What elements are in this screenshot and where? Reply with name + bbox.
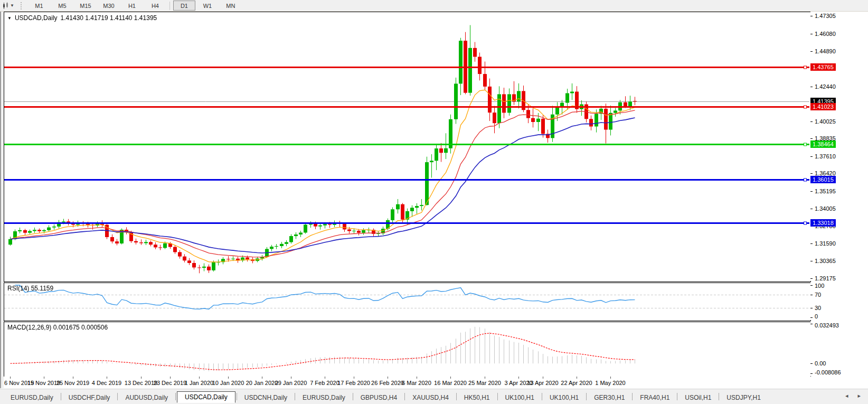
price-tick [810, 51, 813, 52]
chart-tab-usdcnh-daily[interactable]: USDCNH,Daily [238, 392, 294, 403]
macd-tick-label: -0.008086 [815, 369, 841, 375]
price-tick [810, 278, 813, 279]
date-tick [325, 377, 325, 379]
chart-tabs: EURUSD,DailyUSDCHF,DailyAUDUSD,DailyUSDC… [4, 390, 767, 403]
chart-tab-xauusd-h4[interactable]: XAUUSD,H4 [406, 392, 455, 403]
date-tick [388, 377, 388, 379]
date-label: 4 Dec 2019 [92, 380, 121, 386]
date-tick [417, 377, 417, 379]
date-tick [228, 377, 229, 379]
tab-separator [404, 393, 405, 400]
toolbar-separator [169, 2, 170, 10]
symbol-dropdown-icon[interactable]: ▼ [7, 16, 12, 21]
rsi-tick-label: 0 [815, 313, 818, 320]
chart-tab-usoil-h1[interactable]: USOil,H1 [678, 392, 718, 403]
tab-scroll-left-icon[interactable]: ◂ [845, 392, 848, 399]
tab-separator [175, 393, 176, 400]
timeframe-button-d1[interactable]: D1 [173, 1, 195, 11]
timeframe-button-w1[interactable]: W1 [196, 1, 219, 11]
timeframe-button-m30[interactable]: M30 [98, 1, 120, 11]
date-label: 16 Mar 2020 [434, 380, 467, 386]
price-tick [810, 156, 813, 157]
timeframe-button-m15[interactable]: M15 [74, 1, 97, 11]
tab-separator [542, 393, 542, 400]
date-label: 7 Feb 2020 [310, 380, 339, 386]
date-label: 1 Jan 2020 [185, 380, 213, 386]
price-tick-label: 1.29175 [815, 275, 836, 281]
price-tick [810, 121, 813, 122]
date-label: 13 Dec 2019 [125, 380, 157, 386]
date-label: 25 Nov 2019 [56, 380, 89, 386]
macd-tick [810, 324, 813, 324]
date-label: 6 Mar 2020 [402, 380, 431, 386]
price-chart-canvas[interactable] [4, 12, 809, 280]
timeframe-buttons: M1M5M15M30H1H4D1W1MN [27, 1, 242, 11]
symbol-period-label: USDCAD,Daily [15, 14, 58, 22]
chart-tab-hk50-h1[interactable]: HK50,H1 [458, 392, 496, 403]
price-tick [810, 87, 813, 87]
tab-scroll-right-icon[interactable]: ▸ [857, 392, 861, 399]
date-label: 26 Feb 2020 [371, 380, 404, 386]
timeframe-button-m5[interactable]: M5 [51, 1, 73, 11]
date-tick [577, 377, 577, 379]
chart-title: ▼ USDCAD,Daily 1.41430 1.41719 1.41140 1… [7, 14, 157, 22]
price-tick [810, 16, 813, 16]
timeframe-toolbar: ▼ M1M5M15M30H1H4D1W1MN [0, 0, 868, 12]
macd-tick-label: 0.00 [815, 360, 826, 367]
tab-separator [117, 393, 118, 400]
timeframe-button-m1[interactable]: M1 [28, 1, 50, 11]
price-tick-label: 1.46080 [815, 31, 836, 37]
rsi-panel: RSI(14) 55.1159 [4, 283, 811, 321]
price-tick [810, 191, 813, 192]
tab-separator [497, 393, 498, 400]
timeframe-button-h1[interactable]: H1 [121, 1, 143, 11]
chart-tab-uk100-h1[interactable]: UK100,H1 [543, 392, 585, 403]
tab-separator [237, 393, 237, 400]
date-label: 1 May 2020 [595, 380, 625, 386]
price-tick-label: 1.42440 [815, 83, 836, 90]
macd-axis: 0.0324930.00-0.008086 [810, 322, 868, 376]
date-tick [518, 377, 519, 379]
toolbar-drag-handle[interactable] [21, 2, 24, 10]
chart-tab-usdjpy-h1[interactable]: USDJPY,H1 [720, 392, 767, 403]
trading-platform-window: ▼ M1M5M15M30H1H4D1W1MN ▼ USDCAD,Daily 1.… [0, 0, 868, 404]
macd-chart-canvas[interactable] [4, 322, 809, 375]
chart-tab-usdcad-daily[interactable]: USDCAD,Daily [177, 391, 235, 403]
price-level-box: 1.38464 [810, 140, 836, 148]
tab-separator [586, 393, 587, 400]
tab-separator [632, 393, 633, 400]
chart-tab-ger30-h1[interactable]: GER30,H1 [588, 392, 631, 403]
price-level-box: 1.36015 [810, 176, 836, 183]
price-tick-label: 1.30365 [815, 258, 836, 264]
chart-tab-audusd-daily[interactable]: AUDUSD,Daily [119, 392, 174, 403]
date-tick [10, 377, 11, 379]
date-tick [354, 377, 354, 379]
macd-label: MACD(12,26,9) 0.001675 0.000506 [7, 324, 108, 331]
chart-region: ▼ USDCAD,Daily 1.41430 1.41719 1.41140 1… [0, 12, 868, 388]
tab-separator [719, 393, 719, 400]
timeframe-button-h4[interactable]: H4 [144, 1, 166, 11]
chart-tools-button[interactable]: ▼ [0, 1, 16, 11]
rsi-chart-canvas[interactable] [4, 283, 809, 320]
chart-tab-gbpusd-h4[interactable]: GBPUSD,H4 [354, 392, 403, 403]
chart-tab-eurusd-daily[interactable]: EURUSD,Daily [296, 392, 352, 403]
date-tick [107, 377, 107, 379]
ohlc-readout: 1.41430 1.41719 1.41140 1.41395 [61, 14, 157, 22]
timeframe-button-mn[interactable]: MN [220, 1, 242, 11]
chart-tab-fra40-h1[interactable]: FRA40,H1 [634, 392, 676, 403]
price-tick [810, 173, 813, 174]
date-label: 20 Jan 2020 [246, 380, 278, 386]
price-level-box: 1.41023 [810, 103, 836, 110]
price-axis: 1.473051.460801.448901.436651.424401.412… [810, 12, 868, 281]
chart-tab-eurusd-daily[interactable]: EURUSD,Daily [4, 392, 60, 403]
date-tick [141, 377, 141, 379]
chart-tab-uk100-h1[interactable]: UK100,H1 [499, 392, 541, 403]
chart-tab-usdchf-daily[interactable]: USDCHF,Daily [62, 392, 117, 403]
rsi-axis: 10070300 [810, 283, 868, 320]
date-tick [485, 377, 485, 379]
price-tick-label: 1.44890 [815, 48, 836, 54]
date-tick [44, 377, 44, 379]
price-level-box: 1.43765 [810, 63, 836, 71]
price-tick [810, 209, 813, 209]
price-tick [810, 261, 813, 261]
